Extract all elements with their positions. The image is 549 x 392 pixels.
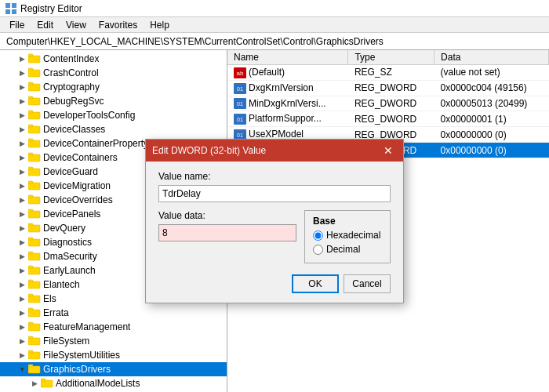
menu-view[interactable]: View — [60, 18, 93, 32]
cancel-button[interactable]: Cancel — [344, 274, 391, 293]
app-title: Registry Editor — [20, 3, 82, 14]
hexadecimal-label: Hexadecimal — [326, 230, 380, 241]
dialog-close-button[interactable]: ✕ — [380, 142, 397, 159]
value-data-label: Value data: — [158, 210, 296, 221]
decimal-radio[interactable] — [313, 245, 323, 255]
value-name-label: Value name: — [158, 171, 391, 182]
base-title: Base — [313, 216, 382, 227]
base-section: Base Hexadecimal Decimal — [304, 210, 391, 263]
dialog-title: Edit DWORD (32-bit) Value — [152, 145, 266, 156]
edit-dword-dialog: Edit DWORD (32-bit) Value ✕ Value name: … — [145, 139, 404, 303]
value-data-section: Value data: — [158, 210, 296, 241]
svg-rect-3 — [12, 9, 16, 14]
value-name-input[interactable] — [158, 185, 391, 202]
dialog-data-row: Value data: Base Hexadecimal Decimal — [158, 210, 391, 263]
dialog-buttons: OK Cancel — [158, 274, 391, 293]
app-icon — [5, 2, 17, 15]
svg-rect-2 — [5, 9, 10, 14]
svg-rect-1 — [12, 3, 16, 8]
dialog-body: Value name: Value data: Base Hexadecimal — [146, 162, 403, 303]
svg-rect-0 — [5, 3, 10, 8]
menu-favorites[interactable]: Favorites — [93, 18, 144, 32]
ok-button[interactable]: OK — [292, 274, 339, 293]
address-bar: Computer\HKEY_LOCAL_MACHINE\SYSTEM\Curre… — [0, 33, 549, 50]
title-bar: Registry Editor — [0, 0, 549, 17]
dialog-titlebar: Edit DWORD (32-bit) Value ✕ — [146, 140, 403, 162]
radio-hexadecimal: Hexadecimal — [313, 230, 382, 241]
menu-bar: File Edit View Favorites Help — [0, 17, 549, 33]
menu-help[interactable]: Help — [144, 18, 176, 32]
main-content: ▶ ContentIndex▶ CrashControl▶ Cryptograp… — [0, 50, 549, 392]
dialog-overlay: Edit DWORD (32-bit) Value ✕ Value name: … — [0, 50, 549, 392]
menu-edit[interactable]: Edit — [31, 18, 60, 32]
hexadecimal-radio[interactable] — [313, 230, 323, 241]
value-data-input[interactable] — [158, 224, 296, 241]
menu-file[interactable]: File — [3, 18, 31, 32]
radio-decimal: Decimal — [313, 244, 382, 255]
address-path[interactable]: Computer\HKEY_LOCAL_MACHINE\SYSTEM\Curre… — [3, 34, 546, 49]
decimal-label: Decimal — [326, 244, 360, 255]
